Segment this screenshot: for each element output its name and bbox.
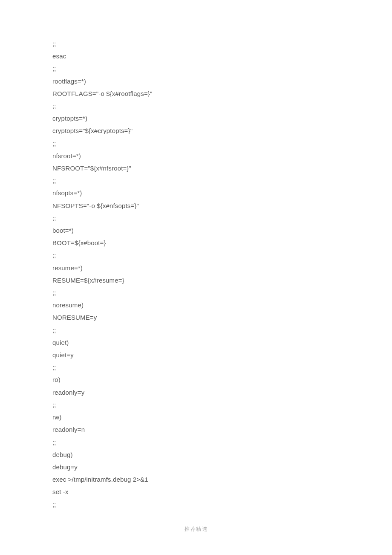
code-line: noresume) [52,299,392,311]
code-line: rw) [52,411,392,423]
code-line: cryptopts="${x#cryptopts=}" [52,124,392,137]
code-line: quiet=y [52,349,392,361]
code-line: NFSOPTS="-o ${x#nfsopts=}" [52,199,392,212]
code-line: resume=*) [52,262,392,274]
code-line: debug=y [52,461,392,473]
code-line: ro) [52,373,392,386]
code-line: boot=*) [52,224,392,237]
code-content: ;;esac;;rootflags=*)ROOTFLAGS="-o ${x#ro… [0,0,392,511]
code-line: ;; [52,286,392,299]
code-line: ;; [52,62,392,75]
code-line: ;; [52,498,392,511]
code-line: BOOT=${x#boot=} [52,237,392,249]
page-footer: 推荐精选 [0,526,392,533]
code-line: ;; [52,361,392,373]
code-line: RESUME=${x#resume=} [52,274,392,286]
code-line: ;; [52,324,392,336]
code-line: nfsopts=*) [52,187,392,199]
code-line: readonly=n [52,423,392,436]
code-line: NFSROOT="${x#nfsroot=}" [52,162,392,174]
code-line: debug) [52,448,392,461]
code-line: cryptopts=*) [52,112,392,124]
code-line: ;; [52,436,392,448]
code-line: quiet) [52,336,392,349]
code-line: set -x [52,486,392,498]
code-line: ;; [52,249,392,261]
code-line: ;; [52,137,392,150]
code-line: ;; [52,212,392,224]
code-line: rootflags=*) [52,75,392,87]
code-line: ;; [52,38,392,50]
code-line: ;; [52,174,392,187]
code-line: readonly=y [52,386,392,399]
code-line: ;; [52,399,392,411]
code-line: NORESUME=y [52,311,392,324]
code-line: ;; [52,100,392,112]
code-line: esac [52,50,392,62]
code-line: nfsroot=*) [52,150,392,162]
code-line: ROOTFLAGS="-o ${x#rootflags=}" [52,87,392,100]
code-line: exec >/tmp/initramfs.debug 2>&1 [52,473,392,486]
